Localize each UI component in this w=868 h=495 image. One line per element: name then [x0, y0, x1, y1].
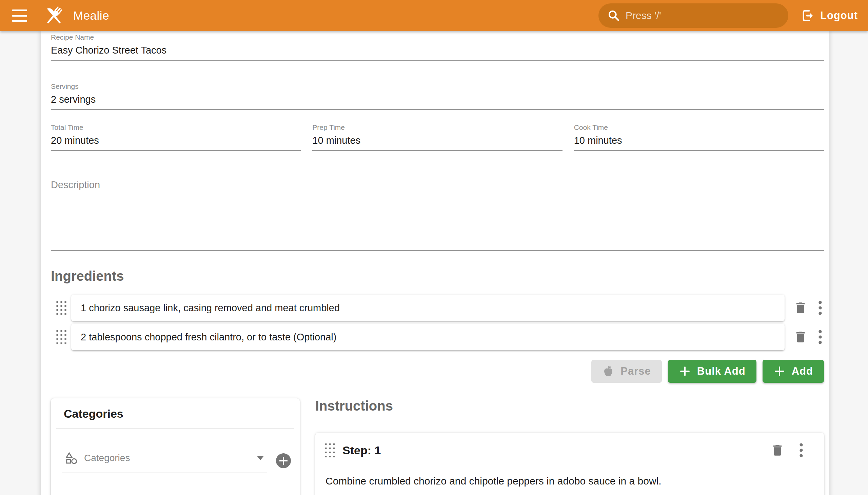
recipe-editor-sheet: Recipe Name Easy Chorizo Street Tacos Se…: [41, 31, 829, 495]
ingredient-row: 1 chorizo sausage link, casing removed a…: [51, 295, 824, 321]
delete-ingredient-button[interactable]: [794, 330, 807, 344]
cook-time-label: Cook Time: [574, 123, 824, 132]
categories-divider: [56, 428, 294, 429]
drag-handle-icon[interactable]: [325, 443, 335, 457]
logout-button[interactable]: Logout: [801, 8, 858, 23]
categories-card-title: Categories: [64, 407, 300, 421]
drag-handle-icon[interactable]: [56, 301, 66, 315]
categories-select-row: Categories: [51, 448, 300, 473]
parse-button[interactable]: Parse: [591, 360, 662, 383]
total-time-field: Total Time 20 minutes: [51, 123, 301, 151]
categories-column: Categories Categories: [51, 398, 300, 495]
add-label: Add: [792, 365, 813, 377]
drag-handle-icon[interactable]: [56, 330, 66, 344]
ingredients-header: Ingredients: [51, 269, 824, 284]
kebab-menu-icon: [799, 443, 804, 458]
cook-time-input[interactable]: 10 minutes: [574, 135, 824, 151]
trash-icon: [794, 330, 807, 344]
categories-select[interactable]: Categories: [62, 448, 267, 473]
parse-label: Parse: [620, 365, 651, 377]
total-time-label: Total Time: [51, 123, 301, 132]
kebab-menu-icon: [818, 329, 822, 344]
kebab-menu-icon: [818, 301, 822, 315]
servings-label: Servings: [51, 82, 824, 90]
cook-time-field: Cook Time 10 minutes: [574, 123, 824, 151]
servings-input[interactable]: 2 servings: [51, 94, 824, 110]
ingredient-menu-button[interactable]: [818, 329, 822, 344]
ingredient-actions-row: Parse Bulk Add Add: [51, 360, 824, 383]
app-bar: Mealie Press '/' Logout: [0, 0, 868, 31]
bulk-add-button[interactable]: Bulk Add: [668, 360, 756, 383]
categories-select-label: Categories: [84, 453, 130, 463]
description-underline: [51, 250, 824, 251]
add-button[interactable]: Add: [763, 360, 824, 383]
prep-time-input[interactable]: 10 minutes: [312, 135, 562, 151]
trash-icon: [794, 301, 807, 315]
recipe-name-input[interactable]: Easy Chorizo Street Tacos: [51, 45, 824, 61]
trash-icon: [770, 443, 785, 457]
logout-icon: [801, 8, 815, 23]
instructions-column: Instructions Step: 1: [315, 398, 824, 495]
instructions-header: Instructions: [315, 398, 824, 414]
step-text-input[interactable]: Combine crumbled chorizo and chipotle pe…: [325, 475, 804, 487]
ingredient-row: 2 tablespoons chopped fresh cilantro, or…: [51, 324, 824, 350]
add-category-button[interactable]: [276, 453, 291, 468]
chevron-down-icon: [257, 456, 264, 460]
bulk-add-label: Bulk Add: [697, 365, 746, 377]
app-logo-icon: [43, 4, 65, 27]
app-title: Mealie: [73, 9, 109, 22]
categories-card: Categories Categories: [51, 398, 300, 495]
prep-time-label: Prep Time: [312, 123, 562, 132]
search-icon: [607, 9, 620, 22]
description-label: Description: [51, 180, 824, 190]
delete-ingredient-button[interactable]: [794, 301, 807, 315]
search-placeholder: Press '/': [626, 10, 661, 21]
time-fields-row: Total Time 20 minutes Prep Time 10 minut…: [51, 123, 824, 151]
ingredient-input[interactable]: 1 chorizo sausage link, casing removed a…: [71, 295, 785, 321]
search-input[interactable]: Press '/': [598, 3, 788, 28]
description-field[interactable]: Description: [51, 180, 824, 251]
step-title: Step: 1: [342, 444, 381, 457]
recipe-name-label: Recipe Name: [51, 33, 824, 41]
ingredient-menu-button[interactable]: [818, 301, 822, 315]
total-time-input[interactable]: 20 minutes: [51, 135, 301, 151]
delete-step-button[interactable]: [770, 443, 785, 457]
apple-icon: [602, 365, 614, 377]
step-header-row: Step: 1: [325, 443, 804, 458]
recipe-name-field: Recipe Name Easy Chorizo Street Tacos: [51, 33, 824, 61]
menu-icon[interactable]: [12, 10, 27, 22]
plus-icon: [773, 365, 786, 377]
plus-icon: [679, 365, 691, 377]
shapes-icon: [65, 451, 78, 464]
logout-label: Logout: [820, 10, 858, 22]
servings-field: Servings 2 servings: [51, 82, 824, 110]
instruction-step-card: Step: 1 Combine crumbled chorizo and chi…: [315, 433, 824, 495]
lower-columns: Categories Categories: [51, 398, 824, 495]
prep-time-field: Prep Time 10 minutes: [312, 123, 562, 151]
ingredients-list: 1 chorizo sausage link, casing removed a…: [51, 295, 824, 350]
ingredient-input[interactable]: 2 tablespoons chopped fresh cilantro, or…: [71, 324, 785, 350]
step-menu-button[interactable]: [799, 443, 804, 458]
